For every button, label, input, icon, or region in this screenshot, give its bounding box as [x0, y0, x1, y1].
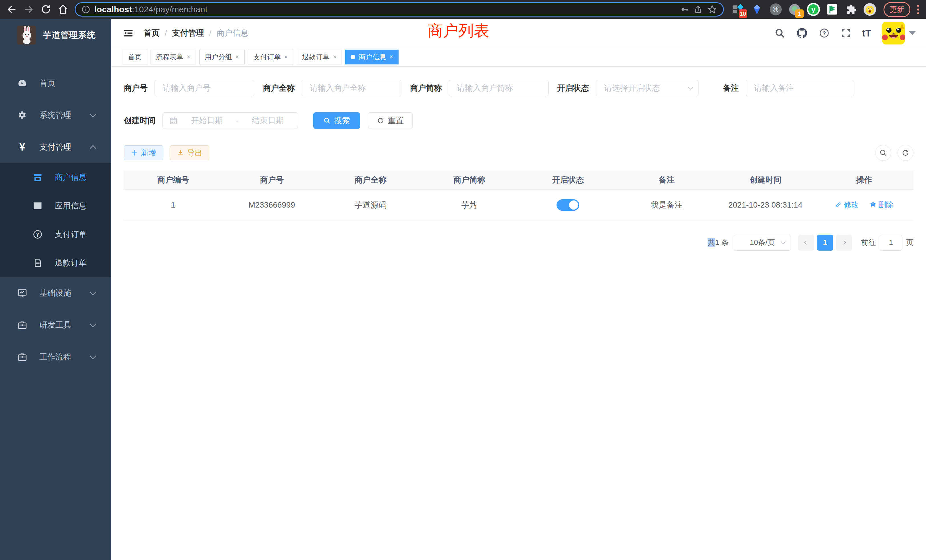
fullscreen-icon[interactable]: [840, 28, 851, 38]
reload-icon[interactable]: [38, 2, 54, 17]
dashboard-icon: [16, 78, 29, 88]
monitor-icon: [16, 288, 29, 298]
cell-create-time: 2021-10-23 08:31:14: [716, 189, 815, 221]
font-size-icon[interactable]: tT: [862, 28, 871, 39]
breadcrumb-item-current: 商户信息: [217, 28, 249, 38]
chevron-down-icon: [781, 239, 786, 244]
close-icon[interactable]: ×: [187, 53, 191, 61]
create-time-range-picker[interactable]: 开始日期 - 结束日期: [162, 112, 298, 129]
export-button[interactable]: 导出: [170, 145, 209, 160]
tag-refund-order[interactable]: 退款订单×: [297, 50, 342, 64]
delete-link[interactable]: 删除: [870, 200, 894, 210]
tag-process-form[interactable]: 流程表单×: [151, 50, 196, 64]
star-icon[interactable]: [707, 4, 717, 15]
update-button[interactable]: 更新: [884, 2, 910, 17]
gem-icon[interactable]: [749, 2, 764, 17]
edit-link-label: 修改: [844, 200, 859, 210]
payment-submenu: 商户信息 应用信息 ¥ 支付订单 退款订单: [0, 163, 111, 277]
remark-input[interactable]: [746, 80, 854, 96]
col-short-name: 商户简称: [420, 171, 519, 189]
user-avatar-menu[interactable]: [882, 22, 916, 44]
fold-icon[interactable]: [123, 27, 134, 39]
sidebar-item-workflow[interactable]: 工作流程: [0, 341, 111, 373]
page-number-1[interactable]: 1: [817, 235, 833, 251]
sidebar-item-label: 支付管理: [39, 142, 91, 153]
table-row: 1 M233666999 芋道源码 芋艿 我是备注 2021-10-23 08:…: [124, 189, 914, 221]
edit-link[interactable]: 修改: [835, 200, 859, 210]
sidebar-item-system[interactable]: 系统管理: [0, 99, 111, 131]
pagination-total: 共1 条: [708, 238, 729, 248]
app-logo-row[interactable]: 芋道管理系统: [0, 19, 111, 51]
filter-row-1: 商户号 商户全称 商户简称 开启状态: [124, 80, 914, 96]
merchant-no-input[interactable]: [154, 80, 254, 96]
flag-icon[interactable]: [825, 2, 840, 17]
next-page-button[interactable]: [836, 235, 852, 251]
page-size-select[interactable]: 10条/页: [734, 235, 791, 251]
search-icon[interactable]: [774, 28, 785, 38]
info-icon[interactable]: [81, 5, 90, 14]
github-icon[interactable]: [796, 27, 808, 39]
back-icon[interactable]: [4, 2, 20, 17]
add-button-label: 新增: [141, 148, 156, 158]
goto-label: 前往: [861, 238, 876, 248]
share-icon[interactable]: [693, 5, 703, 14]
goto-page-input[interactable]: [880, 235, 902, 251]
tag-pay-order[interactable]: 支付订单×: [248, 50, 294, 64]
merchant-table: 商户编号 商户号 商户全称 商户简称 开启状态 备注 创建时间 操作 1 M23…: [124, 171, 914, 221]
yen-circle-icon: ¥: [31, 229, 44, 239]
sidebar-item-refund-order[interactable]: 退款订单: [0, 249, 111, 277]
sidebar-item-pay-order[interactable]: ¥ 支付订单: [0, 220, 111, 249]
sidebar-item-dev-tools[interactable]: 研发工具: [0, 309, 111, 341]
emoji-avatar-icon[interactable]: [862, 2, 877, 17]
table-tools: [875, 145, 914, 161]
breadcrumb-item[interactable]: 首页: [144, 28, 160, 38]
short-name-input[interactable]: [449, 80, 549, 96]
extension-grid-icon[interactable]: 10: [731, 2, 746, 17]
sidebar-item-merchant-info[interactable]: 商户信息: [0, 163, 111, 192]
home-icon[interactable]: [55, 2, 71, 17]
status-toggle-on[interactable]: [557, 199, 580, 211]
circle-search-icon[interactable]: [875, 145, 891, 161]
sidebar-item-app-info[interactable]: 应用信息: [0, 192, 111, 220]
tag-user-group[interactable]: 用户分组×: [199, 50, 245, 64]
sidebar-item-home[interactable]: 首页: [0, 67, 111, 99]
search-button[interactable]: 搜索: [313, 112, 360, 129]
close-icon[interactable]: ×: [333, 53, 337, 61]
prev-page-button[interactable]: [798, 235, 814, 251]
sidebar-item-infrastructure[interactable]: 基础设施: [0, 277, 111, 309]
tag-label: 流程表单: [156, 53, 183, 62]
tag-label: 首页: [128, 53, 142, 62]
record-icon[interactable]: 1: [787, 2, 802, 17]
reset-button[interactable]: 重置: [368, 112, 413, 129]
close-icon[interactable]: ×: [389, 53, 393, 61]
command-icon[interactable]: ⌘: [768, 2, 783, 17]
url-bar[interactable]: localhost:1024/pay/merchant: [75, 2, 724, 17]
add-button[interactable]: 新增: [124, 145, 163, 160]
menu-dots-icon[interactable]: [914, 5, 922, 14]
caret-down-icon: [909, 31, 916, 35]
tag-merchant-info-active[interactable]: 商户信息×: [345, 50, 399, 64]
pagination-total-prefix: 共: [708, 238, 715, 247]
breadcrumb-item[interactable]: 支付管理: [172, 28, 204, 38]
forward-icon[interactable]: [21, 2, 36, 17]
puzzle-icon[interactable]: [844, 2, 858, 17]
close-icon[interactable]: ×: [236, 53, 239, 61]
circle-refresh-icon[interactable]: [897, 145, 914, 161]
tag-home[interactable]: 首页: [123, 50, 147, 64]
key-icon[interactable]: [680, 5, 689, 14]
tag-label: 用户分组: [205, 53, 232, 62]
close-icon[interactable]: ×: [284, 53, 288, 61]
status-select-input[interactable]: [596, 80, 699, 96]
y-circle-icon[interactable]: y: [806, 2, 821, 17]
breadcrumb-separator: /: [165, 29, 167, 38]
date-start-placeholder[interactable]: 开始日期: [183, 115, 230, 126]
status-label: 开启状态: [557, 83, 589, 94]
date-end-placeholder[interactable]: 结束日期: [244, 115, 291, 126]
help-icon[interactable]: ?: [819, 28, 830, 38]
sidebar-item-payment[interactable]: ¥ 支付管理: [0, 131, 111, 163]
status-select[interactable]: [596, 80, 699, 96]
url-text[interactable]: localhost:1024/pay/merchant: [94, 5, 676, 14]
top-navbar: 首页 / 支付管理 / 商户信息 ? tT: [111, 19, 926, 47]
full-name-input[interactable]: [302, 80, 401, 96]
page-size-value: 10条/页: [750, 238, 775, 248]
